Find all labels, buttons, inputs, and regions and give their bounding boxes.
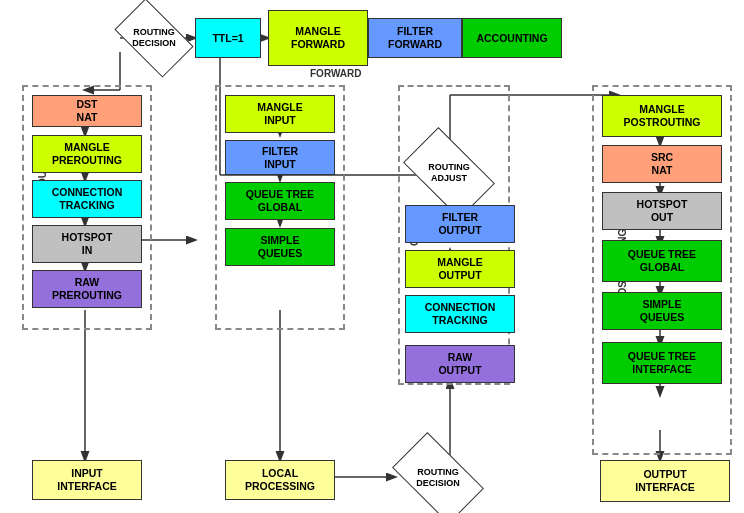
output-interface-box: OUTPUTINTERFACE [600,460,730,502]
raw-output-box: RAWOUTPUT [405,345,515,383]
mangle-postrouting-box: MANGLEPOSTROUTING [602,95,722,137]
connection-tracking-pre-box: CONNECTIONTRACKING [32,180,142,218]
filter-input-box: FILTERINPUT [225,140,335,175]
simple-queues-input-box: SIMPLEQUEUES [225,228,335,266]
dst-nat-box: DSTNAT [32,95,142,127]
mangle-forward-box: MANGLEFORWARD [268,10,368,66]
input-interface-box: INPUTINTERFACE [32,460,142,500]
accounting-box: ACCOUNTING [462,18,562,58]
mangle-prerouting-box: MANGLEPREROUTING [32,135,142,173]
routing-decision-bot-diamond: ROUTINGDECISION [398,453,478,503]
raw-prerouting-box: RAWPREROUTING [32,270,142,308]
hotspot-in-box: HOTSPOTIN [32,225,142,263]
local-processing-box: LOCALPROCESSING [225,460,335,500]
filter-forward-box: FILTERFORWARD [368,18,462,58]
queue-tree-global-input-box: QUEUE TREEGLOBAL [225,182,335,220]
mangle-input-box: MANGLEINPUT [225,95,335,133]
ttl1-box: TTL=1 [195,18,261,58]
simple-queues-post-box: SIMPLEQUEUES [602,292,722,330]
hotspot-out-box: HOTSPOTOUT [602,192,722,230]
src-nat-box: SRCNAT [602,145,722,183]
routing-adjust-diamond: ROUTINGADJUST [409,148,489,198]
forward-label: FORWARD [310,68,361,79]
diagram: FORWARD ROUTINGDECISION TTL=1 MANGLEFORW… [0,0,744,513]
queue-tree-interface-box: QUEUE TREEINTERFACE [602,342,722,384]
filter-output-box: FILTEROUTPUT [405,205,515,243]
mangle-output-box: MANGLEOUTPUT [405,250,515,288]
routing-decision-top: ROUTINGDECISION [120,16,188,60]
connection-tracking-out-box: CONNECTIONTRACKING [405,295,515,333]
queue-tree-global-post-box: QUEUE TREEGLOBAL [602,240,722,282]
